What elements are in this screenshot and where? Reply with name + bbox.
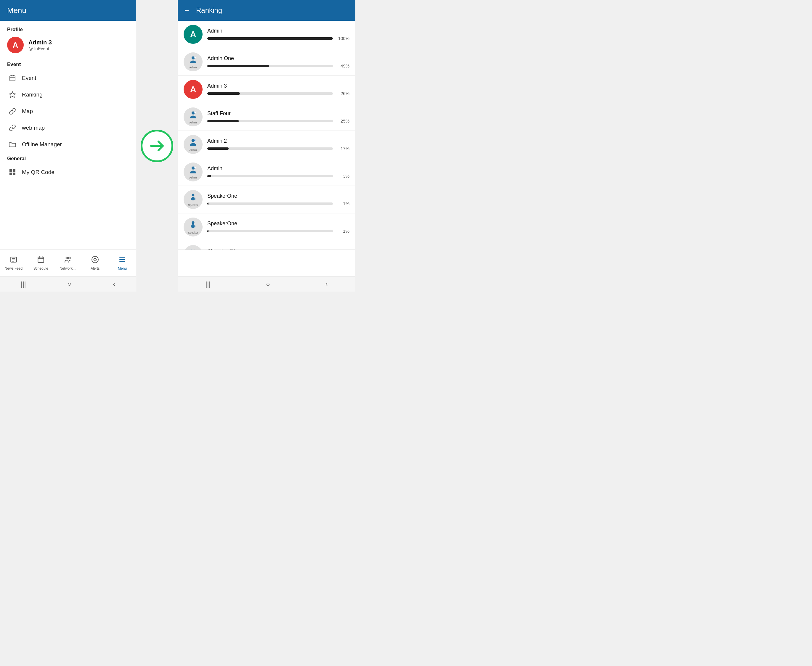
rank-bar-row: 25% <box>207 119 350 124</box>
svg-rect-45 <box>195 225 195 227</box>
networking-icon <box>64 256 72 265</box>
rank-bar-row: 17% <box>207 146 350 151</box>
rank-avatar-icon: Attendees <box>183 245 203 249</box>
svg-point-25 <box>92 256 98 263</box>
rank-pct: 1% <box>336 229 350 234</box>
back-button[interactable]: ← <box>183 7 190 14</box>
rank-bar-fill <box>207 203 208 205</box>
profile-info: Admin 3 @ InEvent <box>28 39 52 51</box>
ranking-item: A Admin 3 26% <box>178 76 355 103</box>
svg-point-34 <box>191 139 195 142</box>
rank-avatar: A <box>183 25 203 44</box>
rank-bar-bg <box>207 37 333 40</box>
nav-networking-label: Networki... <box>59 266 76 270</box>
rank-bar-bg <box>207 120 333 122</box>
nav-item-networking[interactable]: Networki... <box>54 253 82 273</box>
svg-point-26 <box>94 258 97 261</box>
sys-recent-left[interactable]: ‹ <box>113 280 115 288</box>
link2-icon <box>8 124 17 132</box>
rank-pct: 49% <box>336 63 350 68</box>
menu-item-ranking[interactable]: Ranking <box>7 86 129 103</box>
calendar-icon <box>8 74 17 82</box>
rank-name: Staff Four <box>207 110 350 117</box>
sys-back-left[interactable]: ||| <box>21 280 26 288</box>
sys-back-right[interactable]: ||| <box>206 280 211 288</box>
ranking-item: A Admin 100% <box>178 21 355 48</box>
menu-item-event-label: Event <box>22 75 36 81</box>
svg-marker-4 <box>10 92 15 97</box>
svg-rect-40 <box>191 198 192 200</box>
menu-item-webmap[interactable]: web map <box>7 120 129 136</box>
svg-rect-43 <box>192 224 195 228</box>
rank-bar-row: 1% <box>207 201 350 206</box>
nav-item-schedule[interactable]: Schedule <box>27 253 54 273</box>
menu-item-ranking-label: Ranking <box>22 91 43 98</box>
nav-newsfeed-label: News Feed <box>5 266 23 270</box>
rank-bar-row: 26% <box>207 91 350 96</box>
sys-home-right[interactable]: ○ <box>266 280 270 288</box>
rank-avatar-icon: Admin <box>183 135 203 154</box>
sys-home-left[interactable]: ○ <box>68 280 71 288</box>
rank-info: SpeakerOne 1% <box>207 221 350 234</box>
ranking-item: Admin Admin 3% <box>178 158 355 186</box>
nav-item-newsfeed[interactable]: News Feed <box>0 253 27 273</box>
menu-item-offline[interactable]: Offline Manager <box>7 136 129 153</box>
ranking-list: A Admin 100% Admin <box>178 21 355 249</box>
svg-rect-0 <box>10 76 15 81</box>
sys-recent-right[interactable]: ‹ <box>325 280 327 288</box>
rank-bar-bg <box>207 147 333 150</box>
rank-name: Admin 3 <box>207 83 350 89</box>
rank-info: Staff Four 25% <box>207 110 350 124</box>
rank-bar-bg <box>207 230 333 232</box>
rank-bar-row: 1% <box>207 229 350 234</box>
left-panel: Menu Profile A Admin 3 @ InEvent Event <box>0 0 136 292</box>
nav-item-alerts[interactable]: Alerts <box>81 253 109 273</box>
rank-pct: 17% <box>336 146 350 151</box>
nav-menu-label: Menu <box>118 266 127 270</box>
rank-info: SpeakerOne 1% <box>207 193 350 206</box>
folder-icon <box>8 140 17 148</box>
rank-avatar: A <box>183 80 203 99</box>
alerts-icon <box>91 256 99 265</box>
system-bar-left: ||| ○ ‹ <box>0 276 136 292</box>
menu-item-webmap-label: web map <box>22 125 45 131</box>
rank-bar-bg <box>207 65 333 67</box>
nav-item-menu[interactable]: Menu <box>109 253 136 273</box>
svg-point-23 <box>66 257 68 259</box>
system-bar-right: ||| ○ ‹ <box>178 276 355 292</box>
rank-pct: 25% <box>336 119 350 124</box>
nav-alerts-label: Alerts <box>91 266 100 270</box>
profile-avatar: A <box>7 37 24 53</box>
rank-info: Admin 2 17% <box>207 138 350 151</box>
profile-section: A Admin 3 @ InEvent <box>7 37 129 53</box>
bottom-nav-right <box>178 249 355 276</box>
menu-item-qrcode-label: My QR Code <box>22 169 54 176</box>
menu-title: Menu <box>7 6 26 15</box>
ranking-item: Speaker SpeakerOne 1% <box>178 213 355 241</box>
profile-section-label: Profile <box>7 26 129 33</box>
rank-name: Admin One <box>207 55 350 61</box>
right-panel: ← Ranking A Admin 100% <box>178 0 355 292</box>
menu-item-qrcode[interactable]: My QR Code <box>7 164 129 181</box>
rank-info: Admin 3% <box>207 165 350 178</box>
svg-point-38 <box>192 194 195 196</box>
rank-bar-fill <box>207 120 239 122</box>
arrow-circle <box>141 130 173 162</box>
event-section: Event Event Rank <box>7 61 129 153</box>
rank-avatar-icon: Admin <box>183 107 203 126</box>
menu-item-event[interactable]: Event <box>7 70 129 86</box>
rank-bar-fill <box>207 147 229 150</box>
rank-info: Admin One 49% <box>207 55 350 68</box>
svg-point-36 <box>191 166 195 170</box>
menu-item-offline-label: Offline Manager <box>22 141 62 148</box>
svg-point-32 <box>191 111 195 115</box>
rank-bar-fill <box>207 175 211 177</box>
left-header: Menu <box>0 0 136 21</box>
rank-bar-bg <box>207 92 333 95</box>
svg-rect-8 <box>10 170 11 171</box>
rank-info: Admin 3 26% <box>207 83 350 96</box>
menu-item-map[interactable]: Map <box>7 103 129 120</box>
svg-rect-9 <box>13 170 15 171</box>
svg-point-24 <box>69 257 71 259</box>
rank-bar-row: 100% <box>207 36 350 41</box>
